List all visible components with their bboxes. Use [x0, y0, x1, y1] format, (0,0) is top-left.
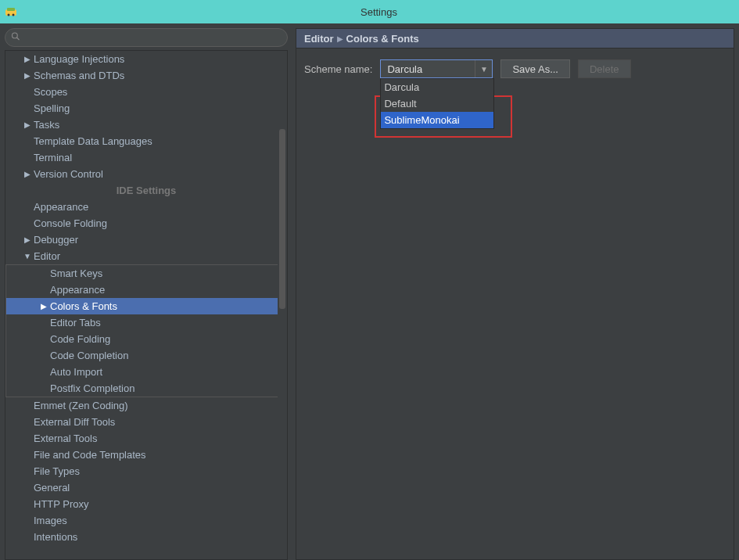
- tree-item-colors-fonts[interactable]: ▶Colors & Fonts: [6, 298, 286, 314]
- scrollbar[interactable]: [278, 129, 287, 560]
- scheme-option[interactable]: SublimeMonokai: [381, 112, 493, 128]
- chevron-down-icon: ▼: [475, 60, 492, 77]
- chevron-right-icon: ▶: [23, 235, 32, 244]
- tree-item[interactable]: Terminal: [5, 149, 287, 166]
- tree-label: Emmet (Zen Coding): [34, 400, 128, 411]
- chevron-right-icon: ▶: [23, 55, 32, 63]
- chevron-right-icon: ▶: [23, 71, 32, 80]
- scheme-option[interactable]: Darcula: [381, 79, 493, 95]
- settings-sidebar: ▶Language Injections ▶Schemas and DTDs S…: [5, 28, 288, 560]
- section-header-ide: IDE Settings: [5, 182, 287, 199]
- tree-label: File and Code Templates: [34, 449, 146, 461]
- tree-label: Postfix Completion: [50, 382, 135, 394]
- settings-content: Editor ▶ Colors & Fonts Scheme name: Dar…: [296, 28, 734, 560]
- save-as-button[interactable]: Save As...: [500, 59, 570, 78]
- delete-button: Delete: [578, 59, 631, 78]
- tree-label: Editor: [34, 250, 60, 262]
- scheme-option[interactable]: Default: [381, 95, 493, 112]
- tree-label: Spelling: [34, 102, 70, 114]
- tree-label: Images: [34, 515, 67, 526]
- svg-rect-1: [7, 8, 15, 11]
- search-icon: [11, 32, 20, 44]
- tree-label: Scopes: [34, 86, 67, 98]
- option-label: Darcula: [384, 81, 419, 93]
- tree-item[interactable]: Intentions: [5, 529, 287, 545]
- tree-label: Code Completion: [50, 350, 128, 361]
- tree-item[interactable]: File and Code Templates: [5, 447, 287, 463]
- tree-item[interactable]: File Types: [5, 463, 287, 479]
- breadcrumb-leaf: Colors & Fonts: [346, 33, 419, 45]
- tree-label: HTTP Proxy: [34, 498, 89, 510]
- tree-label: Auto Import: [50, 366, 102, 378]
- tree-label: Tasks: [34, 119, 59, 131]
- breadcrumb-root[interactable]: Editor: [304, 33, 334, 45]
- tree-item[interactable]: Emmet (Zen Coding): [5, 397, 287, 414]
- tree-item[interactable]: External Diff Tools: [5, 414, 287, 430]
- settings-tree: ▶Language Injections ▶Schemas and DTDs S…: [5, 50, 288, 560]
- tree-label: Colors & Fonts: [50, 300, 117, 312]
- tree-item[interactable]: ▶Schemas and DTDs: [5, 67, 287, 84]
- tree-label: Smart Keys: [50, 267, 102, 279]
- tree-label: Terminal: [34, 152, 72, 163]
- tree-item[interactable]: Spelling: [5, 100, 287, 117]
- window-title: Settings: [23, 6, 734, 18]
- tree-item[interactable]: Appearance: [6, 282, 286, 298]
- tree-item[interactable]: External Tools: [5, 430, 287, 447]
- tree-item[interactable]: HTTP Proxy: [5, 496, 287, 512]
- tree-label: Appearance: [34, 201, 88, 213]
- chevron-right-icon: ▶: [23, 120, 32, 129]
- tree-item[interactable]: Code Folding: [6, 331, 286, 347]
- tree-item[interactable]: Console Folding: [5, 215, 287, 232]
- tree-item[interactable]: ▶Debugger: [5, 232, 287, 248]
- chevron-down-icon: ▼: [23, 252, 32, 260]
- tree-label: Language Injections: [34, 53, 124, 65]
- search-input[interactable]: [5, 28, 288, 47]
- option-label: Default: [384, 98, 416, 109]
- title-bar: Settings: [0, 0, 739, 23]
- tree-label: External Tools: [34, 433, 97, 444]
- tree-label: Schemas and DTDs: [34, 70, 124, 81]
- svg-point-3: [13, 14, 15, 16]
- tree-item[interactable]: Template Data Languages: [5, 133, 287, 149]
- tree-item[interactable]: Appearance: [5, 199, 287, 215]
- tree-label: General: [34, 482, 70, 494]
- scheme-dropdown: Darcula Default SublimeMonokai: [380, 78, 494, 129]
- tree-label: Console Folding: [34, 217, 107, 229]
- tree-label: Debugger: [34, 234, 78, 246]
- tree-item[interactable]: Auto Import: [6, 364, 286, 380]
- tree-label: Intentions: [34, 531, 77, 543]
- scheme-name-label: Scheme name:: [304, 63, 372, 75]
- app-icon: [5, 5, 17, 18]
- tree-item[interactable]: Editor Tabs: [6, 314, 286, 331]
- tree-label: File Types: [34, 465, 80, 477]
- tree-item[interactable]: Images: [5, 512, 287, 529]
- tree-label: Template Data Languages: [34, 135, 152, 147]
- svg-line-5: [17, 38, 20, 40]
- svg-point-4: [13, 33, 18, 38]
- settings-panel: Scheme name: Darcula ▼ Darcula Default S…: [296, 48, 734, 560]
- tree-label: Editor Tabs: [50, 317, 101, 328]
- chevron-right-icon: ▶: [23, 170, 32, 178]
- editor-subtree: Smart Keys Appearance ▶Colors & Fonts Ed…: [5, 264, 287, 397]
- tree-label: External Diff Tools: [34, 416, 115, 428]
- chevron-right-icon: ▶: [337, 34, 343, 43]
- tree-item[interactable]: ▶Tasks: [5, 117, 287, 133]
- tree-item[interactable]: Smart Keys: [6, 265, 286, 282]
- option-label: SublimeMonokai: [384, 114, 459, 126]
- breadcrumb: Editor ▶ Colors & Fonts: [296, 28, 734, 48]
- chevron-right-icon: ▶: [39, 302, 48, 311]
- scheme-select-value: Darcula: [387, 63, 422, 75]
- scrollbar-thumb[interactable]: [279, 129, 285, 309]
- tree-item[interactable]: Scopes: [5, 84, 287, 100]
- tree-item[interactable]: ▶Language Injections: [5, 51, 287, 67]
- svg-point-2: [8, 14, 10, 16]
- tree-item-editor[interactable]: ▼Editor: [5, 248, 287, 264]
- tree-item[interactable]: Code Completion: [6, 347, 286, 364]
- tree-item[interactable]: Postfix Completion: [6, 380, 286, 397]
- tree-item[interactable]: ▶Version Control: [5, 166, 287, 182]
- tree-item[interactable]: General: [5, 479, 287, 496]
- scheme-select[interactable]: Darcula ▼ Darcula Default SublimeMonokai: [380, 59, 493, 78]
- tree-label: Code Folding: [50, 333, 110, 345]
- tree-label: Version Control: [34, 168, 103, 180]
- tree-label: Appearance: [50, 284, 105, 296]
